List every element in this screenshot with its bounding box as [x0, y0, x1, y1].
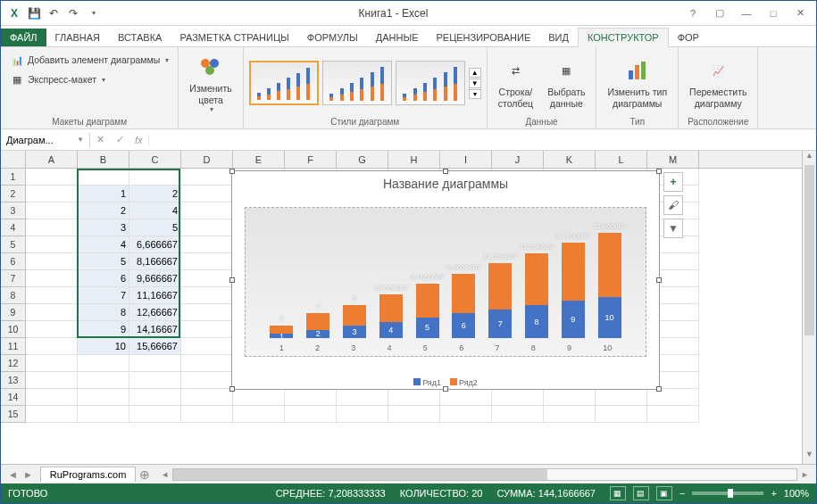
- cell-C14[interactable]: [129, 389, 181, 406]
- cell-D2[interactable]: [181, 186, 233, 202]
- cell-B8[interactable]: 7: [78, 287, 129, 304]
- tab-главная[interactable]: ГЛАВНАЯ: [46, 29, 109, 46]
- row-header-12[interactable]: 12: [1, 355, 26, 372]
- save-button[interactable]: 💾: [26, 5, 42, 21]
- column-header-K[interactable]: K: [544, 151, 596, 168]
- cell-A1[interactable]: [26, 169, 78, 186]
- cell-C6[interactable]: 8,166667: [129, 253, 181, 270]
- tab-file[interactable]: ФАЙЛ: [1, 29, 46, 46]
- add-sheet-button[interactable]: ⊕: [136, 467, 154, 482]
- zoom-in-button[interactable]: +: [771, 488, 776, 499]
- move-chart-button[interactable]: 📈 Переместить диаграмму: [684, 54, 752, 111]
- horizontal-scrollbar[interactable]: ◄ ►: [154, 468, 816, 481]
- bar-5[interactable]: 8,16666675: [414, 284, 441, 338]
- bar-9[interactable]: 14,1666679: [560, 243, 587, 338]
- zoom-level[interactable]: 100%: [784, 488, 809, 499]
- cell-A5[interactable]: [26, 236, 78, 253]
- view-normal-button[interactable]: ▦: [610, 486, 626, 500]
- row-header-1[interactable]: 1: [1, 169, 26, 186]
- row-header-13[interactable]: 13: [1, 372, 26, 389]
- cell-B2[interactable]: 1: [78, 186, 129, 202]
- view-page-break-button[interactable]: ▣: [656, 486, 672, 500]
- style-scroll-down[interactable]: ▼: [469, 78, 481, 88]
- ribbon-options-button[interactable]: ▢: [707, 4, 732, 22]
- cell-A13[interactable]: [26, 372, 78, 389]
- row-header-6[interactable]: 6: [1, 253, 26, 270]
- style-expand[interactable]: ▾: [469, 89, 481, 99]
- zoom-out-button[interactable]: −: [679, 488, 685, 499]
- undo-button[interactable]: ↶: [46, 5, 62, 21]
- row-header-14[interactable]: 14: [1, 389, 26, 406]
- row-header-11[interactable]: 11: [1, 338, 26, 355]
- cell-D10[interactable]: [181, 321, 233, 338]
- minimize-button[interactable]: —: [734, 4, 759, 22]
- cell-H15[interactable]: [388, 406, 440, 423]
- column-header-G[interactable]: G: [337, 151, 388, 168]
- row-header-15[interactable]: 15: [1, 406, 26, 423]
- cell-G14[interactable]: [337, 389, 388, 406]
- cell-D14[interactable]: [181, 389, 233, 406]
- cell-A14[interactable]: [26, 389, 78, 406]
- fx-label[interactable]: fx: [129, 135, 149, 145]
- column-header-A[interactable]: A: [26, 151, 78, 168]
- chart-style-2[interactable]: [322, 61, 392, 105]
- cell-C12[interactable]: [129, 355, 181, 372]
- cell-B14[interactable]: [78, 389, 129, 406]
- hscroll-thumb[interactable]: [173, 469, 547, 480]
- close-button[interactable]: ✕: [788, 4, 813, 22]
- cell-D8[interactable]: [181, 287, 233, 304]
- tab-конструктор[interactable]: КОНСТРУКТОР: [578, 28, 669, 47]
- hscroll-left[interactable]: ◄: [157, 470, 172, 479]
- cell-K15[interactable]: [544, 406, 596, 423]
- cell-A11[interactable]: [26, 338, 78, 355]
- row-header-3[interactable]: 3: [1, 202, 26, 219]
- bar-1[interactable]: 21: [268, 326, 295, 338]
- chart-filters-button[interactable]: ▼: [663, 219, 683, 238]
- cell-I15[interactable]: [440, 406, 492, 423]
- cell-A3[interactable]: [26, 202, 78, 219]
- cell-B7[interactable]: 6: [78, 270, 129, 287]
- cell-F15[interactable]: [285, 406, 337, 423]
- scroll-down-button[interactable]: ▼: [803, 450, 816, 464]
- cell-B11[interactable]: 10: [78, 338, 129, 355]
- cell-C2[interactable]: 2: [129, 186, 181, 202]
- cell-B3[interactable]: 2: [78, 202, 129, 219]
- express-layout-button[interactable]: ▦ Экспресс-макет: [6, 70, 109, 88]
- cell-B12[interactable]: [78, 355, 129, 372]
- cell-D13[interactable]: [181, 372, 233, 389]
- cell-C4[interactable]: 5: [129, 219, 181, 236]
- maximize-button[interactable]: □: [761, 4, 786, 22]
- tab-рецензирование[interactable]: РЕЦЕНЗИРОВАНИЕ: [427, 29, 539, 46]
- tab-вид[interactable]: ВИД: [539, 29, 578, 46]
- cell-D3[interactable]: [181, 202, 233, 219]
- cell-L15[interactable]: [596, 406, 647, 423]
- cell-F14[interactable]: [285, 389, 337, 406]
- cell-A12[interactable]: [26, 355, 78, 372]
- cell-C11[interactable]: 15,66667: [129, 338, 181, 355]
- chart-title[interactable]: Название диаграммы: [232, 171, 659, 191]
- bar-7[interactable]: 11,1666677: [487, 263, 513, 338]
- cell-D9[interactable]: [181, 304, 233, 321]
- column-header-I[interactable]: I: [440, 151, 492, 168]
- cell-L14[interactable]: [596, 389, 647, 406]
- cell-B10[interactable]: 9: [78, 321, 129, 338]
- tab-фор[interactable]: ФОР: [669, 29, 708, 46]
- cell-B6[interactable]: 5: [78, 253, 129, 270]
- cell-D7[interactable]: [181, 270, 233, 287]
- cell-D6[interactable]: [181, 253, 233, 270]
- cell-D5[interactable]: [181, 236, 233, 253]
- column-header-C[interactable]: C: [129, 151, 181, 168]
- column-header-D[interactable]: D: [181, 151, 233, 168]
- row-header-5[interactable]: 5: [1, 236, 26, 253]
- chart-object[interactable]: Название диаграммы 2142536,666666748,166…: [231, 170, 660, 390]
- chart-plot-area[interactable]: 2142536,666666748,166666759,6666667611,1…: [245, 207, 646, 357]
- cell-B1[interactable]: [78, 169, 129, 186]
- row-header-10[interactable]: 10: [1, 321, 26, 338]
- row-header-7[interactable]: 7: [1, 270, 26, 287]
- cell-A6[interactable]: [26, 253, 78, 270]
- chart-style-3[interactable]: [396, 61, 465, 105]
- switch-row-column-button[interactable]: ⇄ Строка/ столбец: [493, 54, 538, 111]
- sheet-nav-prev[interactable]: ◄: [8, 469, 18, 480]
- bar-3[interactable]: 53: [341, 305, 368, 338]
- cell-M15[interactable]: [647, 406, 699, 423]
